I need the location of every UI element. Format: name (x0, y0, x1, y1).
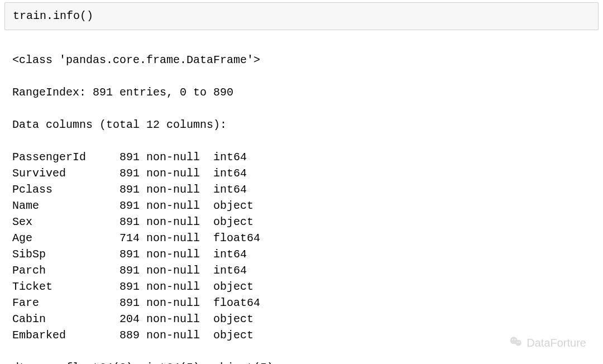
column-name: Pclass (12, 181, 113, 198)
column-dtype: float64 (213, 295, 260, 311)
column-row: Pclass891 non-nullint64 (12, 181, 591, 198)
column-dtype: int64 (213, 262, 247, 279)
column-count: 204 (113, 311, 140, 327)
column-dtype: object (213, 327, 253, 343)
svg-point-1 (515, 340, 521, 346)
code-output: <class 'pandas.core.frame.DataFrame'> Ra… (4, 30, 599, 364)
column-row: Parch891 non-nullint64 (12, 262, 591, 279)
code-input-cell[interactable]: train.info() (4, 2, 599, 30)
column-dtype: object (213, 214, 253, 230)
output-rangeindex-line: RangeIndex: 891 entries, 0 to 890 (12, 84, 591, 100)
column-name: Name (12, 198, 113, 214)
column-dtype: object (213, 279, 253, 295)
column-row: Sex891 non-nullobject (12, 214, 591, 230)
column-count: 891 (113, 246, 140, 262)
column-name: Survived (12, 165, 113, 181)
svg-point-4 (517, 342, 518, 343)
column-row: Fare891 non-nullfloat64 (12, 295, 591, 311)
column-row: PassengerId891 non-nullint64 (12, 149, 591, 165)
column-dtype: int64 (213, 149, 247, 165)
column-name: Parch (12, 262, 113, 279)
column-name: SibSp (12, 246, 113, 262)
column-name: Sex (12, 214, 113, 230)
column-nonnull: non-null (146, 214, 213, 230)
column-count: 891 (113, 198, 140, 214)
column-dtype: object (213, 198, 253, 214)
column-row: Age714 non-nullfloat64 (12, 230, 591, 246)
column-nonnull: non-null (146, 262, 213, 279)
column-nonnull: non-null (146, 149, 213, 165)
column-dtype: int64 (213, 181, 247, 198)
column-name: PassengerId (12, 149, 113, 165)
output-columns-list: PassengerId891 non-nullint64Survived891 … (12, 149, 591, 343)
column-dtype: int64 (213, 246, 247, 262)
column-nonnull: non-null (146, 230, 213, 246)
column-nonnull: non-null (146, 279, 213, 295)
column-row: Ticket891 non-nullobject (12, 279, 591, 295)
notebook-cell: train.info() <class 'pandas.core.frame.D… (0, 0, 603, 364)
column-count: 891 (113, 295, 140, 311)
column-nonnull: non-null (146, 181, 213, 198)
watermark: DataForture (509, 334, 586, 352)
column-nonnull: non-null (146, 198, 213, 214)
column-row: Embarked889 non-nullobject (12, 327, 591, 343)
column-nonnull: non-null (146, 165, 213, 181)
output-dtypes-line: dtypes: float64(2), int64(5), object(5) (12, 360, 591, 364)
column-name: Fare (12, 295, 113, 311)
column-name: Age (12, 230, 113, 246)
column-count: 891 (113, 149, 140, 165)
column-row: Survived891 non-nullint64 (12, 165, 591, 181)
svg-point-2 (512, 339, 513, 340)
column-count: 891 (113, 181, 140, 198)
column-count: 891 (113, 165, 140, 181)
column-count: 714 (113, 230, 140, 246)
column-nonnull: non-null (146, 327, 213, 343)
svg-point-3 (515, 339, 516, 340)
code-text: train.info() (13, 9, 93, 22)
svg-point-5 (519, 342, 520, 343)
column-nonnull: non-null (146, 246, 213, 262)
column-row: Cabin204 non-nullobject (12, 311, 591, 327)
column-count: 891 (113, 262, 140, 279)
column-dtype: object (213, 311, 253, 327)
column-name: Cabin (12, 311, 113, 327)
column-nonnull: non-null (146, 311, 213, 327)
column-nonnull: non-null (146, 295, 213, 311)
output-columns-header: Data columns (total 12 columns): (12, 117, 591, 133)
column-dtype: float64 (213, 230, 260, 246)
column-count: 889 (113, 327, 140, 343)
column-count: 891 (113, 214, 140, 230)
column-count: 891 (113, 279, 140, 295)
column-dtype: int64 (213, 165, 247, 181)
column-row: Name891 non-nullobject (12, 198, 591, 214)
column-name: Ticket (12, 279, 113, 295)
wechat-icon (509, 334, 523, 352)
column-row: SibSp891 non-nullint64 (12, 246, 591, 262)
column-name: Embarked (12, 327, 113, 343)
watermark-text: DataForture (527, 337, 586, 349)
output-class-line: <class 'pandas.core.frame.DataFrame'> (12, 52, 591, 68)
